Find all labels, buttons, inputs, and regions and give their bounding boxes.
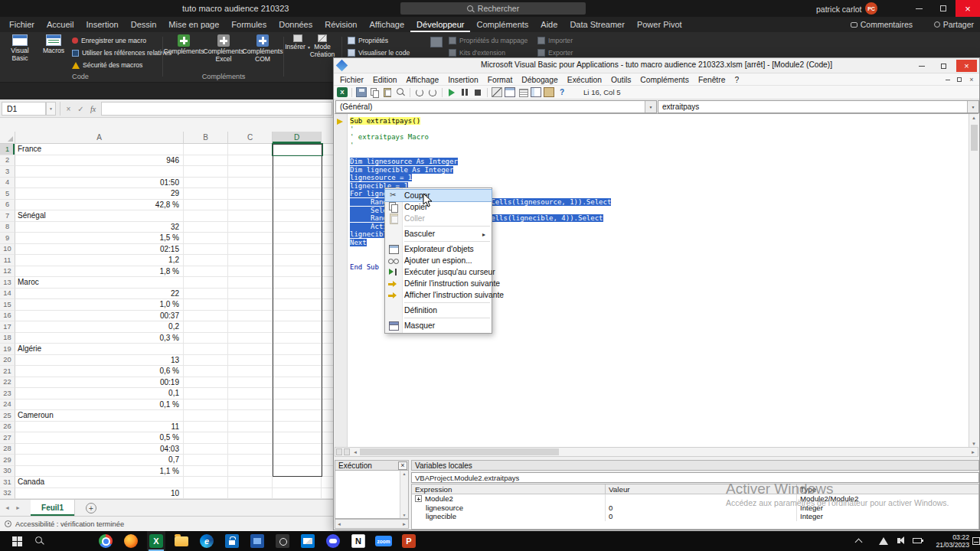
menu-item-basculer[interactable]: Basculer	[385, 228, 492, 240]
cell-E13[interactable]	[322, 277, 334, 289]
import-button[interactable]: Importer	[537, 35, 573, 46]
ribbon-tab-revision[interactable]: Révision	[318, 17, 363, 32]
cell-C2[interactable]	[228, 155, 273, 167]
vba-titlebar[interactable]: Microsoft Visual Basic pour Applications…	[334, 58, 979, 73]
vba-minimize-button[interactable]	[911, 60, 932, 72]
vba-menu-fenetre[interactable]: Fenêtre	[694, 76, 730, 84]
cell-B14[interactable]	[184, 289, 228, 300]
cell-A16[interactable]: 00:37	[15, 311, 184, 322]
cell-A13[interactable]: Maroc	[15, 277, 184, 289]
vba-menu-item[interactable]: ?	[730, 76, 743, 84]
cell-D15[interactable]	[273, 299, 322, 311]
name-box-dropdown[interactable]	[46, 102, 56, 116]
cell-D10[interactable]	[273, 244, 322, 256]
taskbar-chrome[interactable]	[96, 531, 115, 551]
cell-B27[interactable]	[184, 432, 228, 444]
cell-B11[interactable]	[184, 255, 228, 266]
cell-E14[interactable]	[322, 289, 334, 300]
cell-E7[interactable]	[322, 210, 334, 222]
cell-C11[interactable]	[228, 255, 273, 266]
row-header-5[interactable]: 5	[0, 188, 15, 200]
vba-menu-complements[interactable]: Compléments	[635, 76, 694, 84]
module-restore-button[interactable]	[954, 76, 965, 83]
vba-menu-edition[interactable]: Edition	[368, 76, 401, 84]
column-header-b[interactable]: B	[184, 132, 228, 144]
sheet-nav-right-icon[interactable]	[15, 505, 21, 510]
cell-B12[interactable]	[184, 266, 228, 278]
taskbar-search-icon[interactable]	[35, 536, 42, 543]
code-margin[interactable]	[335, 114, 348, 448]
row-header-10[interactable]: 10	[0, 244, 15, 256]
cell-E23[interactable]	[322, 388, 334, 399]
object-browser-icon[interactable]	[531, 87, 541, 97]
vba-menu-outils[interactable]: Outils	[606, 76, 635, 84]
cell-C29[interactable]	[228, 455, 273, 466]
excel-addins-button[interactable]: Compléments Excel	[204, 34, 243, 64]
cell-C7[interactable]	[228, 210, 273, 222]
row-header-11[interactable]: 11	[0, 255, 15, 266]
row-header-22[interactable]: 22	[0, 377, 15, 389]
row-header-6[interactable]: 6	[0, 200, 15, 211]
column-header-a[interactable]: A	[15, 132, 184, 144]
taskbar-store[interactable]	[223, 531, 241, 551]
locals-column-expression[interactable]: Expression	[412, 484, 606, 494]
cell-C24[interactable]	[228, 399, 273, 411]
cell-E21[interactable]	[322, 366, 334, 377]
scrollbar-thumb[interactable]	[971, 125, 978, 151]
immediate-close-button[interactable]	[398, 461, 407, 470]
cell-A12[interactable]: 1,8 %	[15, 266, 184, 278]
vba-menu-execution[interactable]: Exécution	[563, 76, 606, 84]
cell-C20[interactable]	[228, 355, 273, 367]
cell-B24[interactable]	[184, 399, 228, 411]
dropdown-arrow-icon[interactable]	[967, 101, 978, 112]
taskbar-explorer[interactable]	[172, 531, 191, 551]
cell-B5[interactable]	[184, 188, 228, 200]
cell-E2[interactable]	[322, 155, 334, 167]
row-header-13[interactable]: 13	[0, 277, 15, 289]
cell-B9[interactable]	[184, 233, 228, 244]
row-header-28[interactable]: 28	[0, 444, 15, 455]
cell-C9[interactable]	[228, 233, 273, 244]
taskbar-clock[interactable]: 03:22 21/03/2023	[929, 533, 969, 549]
cell-A30[interactable]: 1,1 %	[15, 466, 184, 478]
immediate-vertical-scrollbar[interactable]: ▲ ▼	[400, 471, 408, 518]
splitter-handle[interactable]	[344, 448, 350, 455]
splitter-handle[interactable]	[336, 448, 342, 455]
cell-C3[interactable]	[228, 166, 273, 178]
vba-restore-button[interactable]	[933, 60, 954, 72]
help-icon[interactable]	[557, 87, 567, 97]
code-line-6[interactable]: Dim lignesource As Integer	[350, 158, 611, 166]
cell-A32[interactable]: 10	[15, 488, 184, 500]
code-line-3[interactable]: ' extraitpays Macro	[350, 133, 611, 142]
cell-C31[interactable]	[228, 477, 273, 488]
cell-D16[interactable]	[273, 311, 322, 322]
cell-A2[interactable]: 946	[15, 155, 184, 167]
taskbar-powerpoint[interactable]	[400, 531, 418, 551]
cell-A1[interactable]: France	[15, 144, 184, 155]
menu-item-coller[interactable]: Coller	[385, 213, 492, 224]
design-mode-icon[interactable]	[492, 87, 502, 97]
cell-D7[interactable]	[273, 210, 322, 222]
cell-A27[interactable]: 0,5 %	[15, 432, 184, 444]
row-header-19[interactable]: 19	[0, 344, 15, 355]
row-header-27[interactable]: 27	[0, 432, 15, 444]
cell-B13[interactable]	[184, 277, 228, 289]
cell-E25[interactable]	[322, 410, 334, 422]
cell-C25[interactable]	[228, 410, 273, 422]
taskbar-edge[interactable]	[198, 531, 216, 551]
com-addins-button[interactable]: Compléments COM	[245, 34, 280, 64]
cell-B3[interactable]	[184, 166, 228, 178]
cell-E30[interactable]	[322, 466, 334, 478]
scroll-left-icon[interactable]: ◄	[351, 450, 360, 455]
cell-C18[interactable]	[228, 333, 273, 344]
enter-icon[interactable]	[75, 102, 87, 116]
cell-D24[interactable]	[273, 399, 322, 411]
tray-chevron-up-icon[interactable]	[855, 539, 863, 546]
cell-E16[interactable]	[322, 311, 334, 322]
dropdown-arrow-icon[interactable]	[645, 101, 656, 112]
row-header-32[interactable]: 32	[0, 488, 15, 500]
cell-E12[interactable]	[322, 266, 334, 278]
ribbon-tab-power-pivot[interactable]: Power Pivot	[631, 17, 688, 32]
sheet-tab-feuil1[interactable]: Feuil1	[31, 500, 75, 516]
cell-B32[interactable]	[184, 488, 228, 500]
